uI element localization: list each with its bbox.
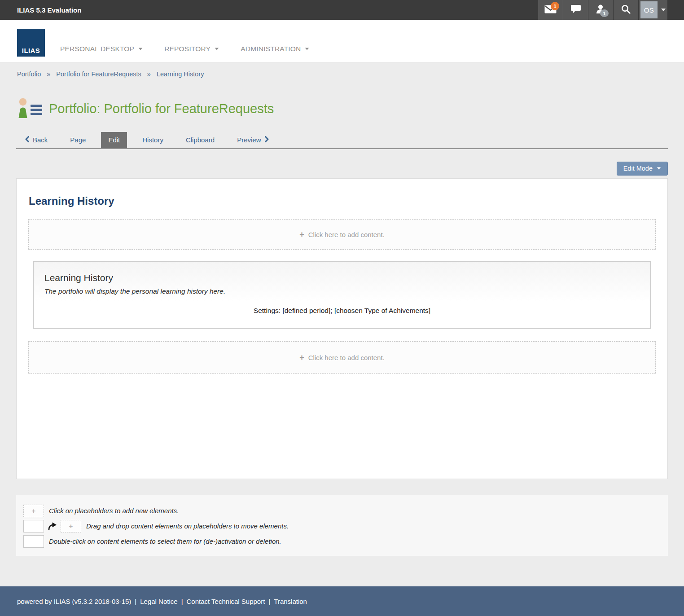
chat-icon <box>570 4 581 16</box>
search-button[interactable] <box>613 0 638 20</box>
plus-icon: + <box>69 522 73 530</box>
footer-separator: | <box>181 598 183 605</box>
nav-repository[interactable]: REPOSITORY <box>164 45 219 53</box>
footer-link-legal-notice[interactable]: Legal Notice <box>140 598 177 605</box>
nav-administration[interactable]: ADMINISTRATION <box>241 45 309 53</box>
spacer <box>0 556 684 586</box>
footer-separator: | <box>268 598 270 605</box>
avatar: OS <box>640 1 658 18</box>
tab-label: Preview <box>237 136 261 144</box>
breadcrumb-item-portfolio[interactable]: Portfolio <box>17 70 41 78</box>
tab-label: Back <box>33 136 48 144</box>
ilias-logo-text: ILIAS <box>22 47 40 54</box>
tab-label: History <box>142 136 163 144</box>
caret-down-icon <box>657 167 661 169</box>
nav-personal-desktop[interactable]: PERSONAL DESKTOP <box>60 45 143 53</box>
app-title: ILIAS 5.3 Evaluation <box>0 0 538 20</box>
nav-label: REPOSITORY <box>164 45 210 53</box>
main-nav: PERSONAL DESKTOP REPOSITORY ADMINISTRATI… <box>60 45 309 53</box>
user-menu-button[interactable]: OS <box>638 0 668 20</box>
edit-mode-label: Edit Mode <box>623 165 653 172</box>
content-sample-icon <box>23 535 44 548</box>
tab-clipboard[interactable]: Clipboard <box>179 132 222 148</box>
tab-label: Page <box>70 136 86 144</box>
footer-separator: | <box>135 598 136 605</box>
placeholder-sample-icon: + <box>61 520 81 532</box>
plus-icon: + <box>299 353 304 362</box>
tab-preview[interactable]: Preview <box>230 132 276 148</box>
breadcrumb-separator: » <box>147 70 151 78</box>
ilias-logo[interactable]: ILIAS <box>17 29 45 57</box>
page-title-row: Portfolio: Portfolio for FeatureRequests <box>17 97 684 120</box>
user-button[interactable]: 1 <box>588 0 613 20</box>
mail-button[interactable]: 1 <box>538 0 563 20</box>
tab-edit[interactable]: Edit <box>101 132 127 148</box>
tab-bar: Back Page Edit History Clipboard Preview <box>16 132 668 149</box>
nav-label: ADMINISTRATION <box>241 45 301 53</box>
block-settings: Settings: [defined period]; [choosen Typ… <box>44 307 640 315</box>
plus-icon: + <box>299 230 304 239</box>
mail-badge: 1 <box>551 2 559 10</box>
learning-history-block[interactable]: Learning History The portfolio will disp… <box>33 261 651 329</box>
help-tip-text: Click on placeholders to add new element… <box>49 507 179 515</box>
editor-help-panel: + Click on placeholders to add new eleme… <box>16 495 668 556</box>
add-content-placeholder-bottom[interactable]: + Click here to add content. <box>28 341 656 374</box>
edit-mode-button[interactable]: Edit Mode <box>617 162 668 176</box>
placeholder-label: Click here to add content. <box>308 354 385 361</box>
help-tip-text: Double-click on content elements to sele… <box>49 537 281 545</box>
page-editor-panel: Learning History + Click here to add con… <box>16 178 668 479</box>
breadcrumb-separator: » <box>47 70 50 78</box>
chevron-left-icon <box>25 136 29 144</box>
nav-label: PERSONAL DESKTOP <box>60 45 134 53</box>
help-tip-row: + Click on placeholders to add new eleme… <box>23 504 661 518</box>
tab-label: Edit <box>108 136 120 144</box>
breadcrumb-item-learning-history[interactable]: Learning History <box>157 70 204 78</box>
add-content-placeholder-top[interactable]: + Click here to add content. <box>28 219 656 250</box>
content-sample-icon <box>23 520 44 532</box>
drag-arrow-icon <box>48 522 57 530</box>
caret-down-icon <box>139 48 143 50</box>
toolbar: Edit Mode <box>16 162 668 176</box>
placeholder-label: Click here to add content. <box>308 231 385 238</box>
page: ILIAS 5.3 Evaluation 1 1 <box>0 0 684 616</box>
footer-link-contact-support[interactable]: Contact Technical Support <box>187 598 265 605</box>
help-tip-row: Double-click on content elements to sele… <box>23 534 661 548</box>
section-heading: Learning History <box>29 195 656 207</box>
page-title: Portfolio: Portfolio for FeatureRequests <box>49 102 274 115</box>
footer-link-translation[interactable]: Translation <box>274 598 307 605</box>
caret-down-icon <box>215 48 219 50</box>
breadcrumb: Portfolio » Portfolio for FeatureRequest… <box>0 63 684 78</box>
caret-down-icon <box>305 48 309 50</box>
chevron-right-icon <box>265 136 269 144</box>
help-tip-text: Drag and drop content elements on placeh… <box>86 522 289 530</box>
plus-icon: + <box>32 507 36 515</box>
topbar-icon-group: 1 1 OS <box>538 0 668 20</box>
tab-history[interactable]: History <box>135 132 171 148</box>
chat-button[interactable] <box>563 0 588 20</box>
breadcrumb-item-portfolio-for-featurerequests[interactable]: Portfolio for FeatureRequests <box>56 70 141 78</box>
footer-powered-by: powered by ILIAS (v5.3.2 2018-03-15) <box>17 598 131 605</box>
tab-label: Clipboard <box>186 136 215 144</box>
caret-down-icon <box>661 9 666 11</box>
footer: powered by ILIAS (v5.3.2 2018-03-15) | L… <box>0 586 684 616</box>
tab-back[interactable]: Back <box>18 132 55 148</box>
top-bar: ILIAS 5.3 Evaluation 1 1 <box>0 0 684 20</box>
block-description: The portfolio will display the personal … <box>44 287 640 295</box>
block-title: Learning History <box>44 273 640 283</box>
main-header: ILIAS PERSONAL DESKTOP REPOSITORY ADMINI… <box>0 20 684 63</box>
portfolio-icon <box>17 97 43 120</box>
tab-page[interactable]: Page <box>63 132 93 148</box>
user-badge: 1 <box>600 9 609 17</box>
search-icon <box>621 4 631 16</box>
placeholder-sample-icon: + <box>23 505 44 517</box>
help-tip-row: + Drag and drop content elements on plac… <box>23 519 661 533</box>
